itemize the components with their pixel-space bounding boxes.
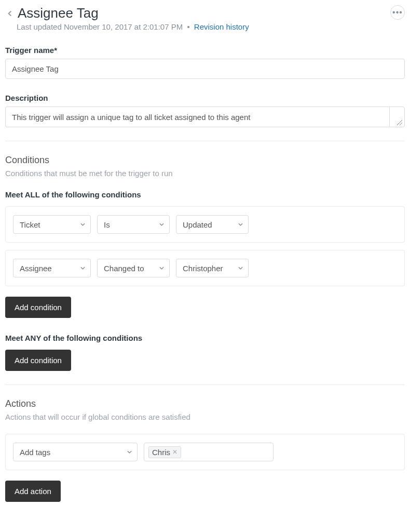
last-updated-text: Last updated November 10, 2017 at 2:01:0… <box>17 22 183 31</box>
chevron-down-icon <box>159 222 164 227</box>
svg-line-0 <box>397 120 402 125</box>
textarea-resize-handle[interactable] <box>389 107 405 127</box>
resize-icon <box>396 119 402 125</box>
description-input[interactable] <box>5 107 389 127</box>
actions-title: Actions <box>5 398 405 409</box>
condition-field-select[interactable]: Ticket <box>13 215 91 234</box>
condition-field-select[interactable]: Assignee <box>13 259 91 277</box>
add-condition-any-button[interactable]: Add condition <box>5 350 71 371</box>
conditions-subtitle: Conditions that must be met for the trig… <box>5 169 405 178</box>
condition-operator-select[interactable]: Is <box>97 215 170 234</box>
chevron-down-icon <box>80 222 85 227</box>
back-chevron-icon[interactable] <box>5 9 15 18</box>
select-value: Is <box>104 220 110 229</box>
tag-chip-label: Chris <box>152 448 170 457</box>
condition-row: Assignee Changed to Christopher <box>5 250 405 286</box>
page-subheader: Last updated November 10, 2017 at 2:01:0… <box>17 22 249 31</box>
meet-all-label: Meet ALL of the following conditions <box>5 190 405 199</box>
action-field-select[interactable]: Add tags <box>13 443 138 461</box>
more-options-button[interactable]: ••• <box>390 5 405 20</box>
select-value: Assignee <box>20 264 52 273</box>
revision-history-link[interactable]: Revision history <box>194 22 249 31</box>
conditions-title: Conditions <box>5 155 405 166</box>
divider <box>5 141 405 141</box>
select-value: Ticket <box>20 220 40 229</box>
condition-row: Ticket Is Updated <box>5 206 405 243</box>
condition-value-select[interactable]: Updated <box>176 215 249 234</box>
tag-remove-icon[interactable]: ✕ <box>172 448 177 456</box>
separator-bullet: • <box>187 22 189 31</box>
condition-value-select[interactable]: Christopher <box>176 259 249 277</box>
select-value: Changed to <box>104 264 144 273</box>
meet-any-label: Meet ANY of the following conditions <box>5 334 405 342</box>
page-title: Assignee Tag <box>18 5 99 21</box>
select-value: Add tags <box>20 448 50 457</box>
divider <box>5 384 405 385</box>
trigger-name-input[interactable] <box>5 59 405 79</box>
select-value: Updated <box>183 220 212 229</box>
condition-operator-select[interactable]: Changed to <box>97 259 170 277</box>
actions-subtitle: Actions that will occur if global condit… <box>5 413 405 421</box>
chevron-down-icon <box>127 450 132 455</box>
chevron-down-icon <box>159 266 164 271</box>
add-condition-all-button[interactable]: Add condition <box>5 297 71 318</box>
tag-input[interactable]: Chris ✕ <box>144 443 274 461</box>
description-label: Description <box>5 94 405 102</box>
trigger-name-label: Trigger name* <box>5 46 405 55</box>
chevron-down-icon <box>80 266 85 271</box>
chevron-down-icon <box>238 266 243 271</box>
chevron-down-icon <box>238 222 243 227</box>
select-value: Christopher <box>183 264 223 273</box>
svg-line-1 <box>400 123 402 125</box>
add-action-button[interactable]: Add action <box>5 481 61 502</box>
action-row: Add tags Chris ✕ <box>5 434 405 470</box>
tag-chip: Chris ✕ <box>148 446 181 458</box>
